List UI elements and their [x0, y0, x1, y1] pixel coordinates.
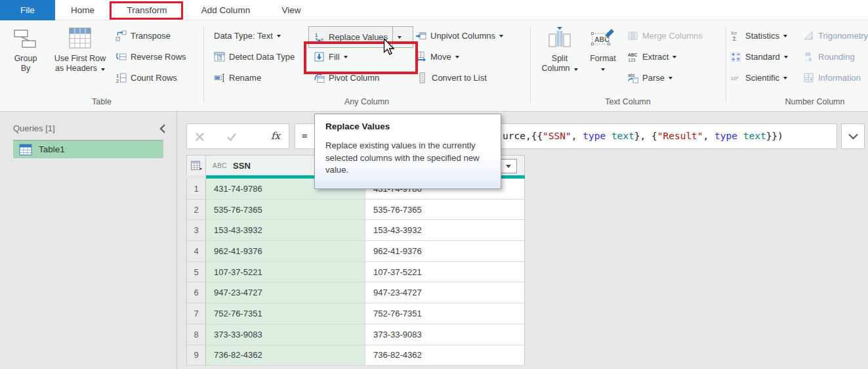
row-number-cell[interactable]: 8 [187, 324, 206, 345]
chevron-down-icon [669, 77, 672, 79]
standard-label: Standard [745, 52, 780, 62]
result-cell[interactable]: 107-37-5221 [365, 262, 525, 283]
extract-icon: ABC 123 [627, 51, 638, 62]
row-number-cell[interactable]: 4 [187, 241, 206, 262]
ssn-cell[interactable]: 962-41-9376 [206, 241, 365, 262]
use-first-row-as-headers-button[interactable]: Use First Row as Headers [47, 24, 113, 74]
select-all-corner-button[interactable] [187, 156, 206, 175]
statistics-button[interactable]: Xσ Σ Statistics [730, 29, 787, 42]
result-cell[interactable]: 373-33-9083 [365, 324, 525, 345]
ssn-cell[interactable]: 752-76-7351 [206, 303, 365, 324]
power-query-editor-window: File Home Transform Add Column View Grou… [0, 0, 868, 369]
row-number-cell[interactable]: 5 [187, 262, 206, 283]
rounding-icon: .00 →.0 [803, 51, 814, 62]
formula-expand-button[interactable] [841, 123, 865, 149]
detect-data-type-icon: ? [214, 51, 225, 62]
mouse-cursor-icon [383, 38, 395, 56]
ssn-cell[interactable]: 107-37-5221 [206, 262, 365, 283]
data-type-button[interactable]: Data Type: Text [214, 29, 281, 42]
detect-data-type-button[interactable]: ? Detect Data Type [214, 50, 295, 63]
scientific-button[interactable]: 10² Scientific [730, 71, 787, 84]
trigonometry-button[interactable]: Trigonometry [803, 29, 868, 42]
group-by-icon [12, 24, 39, 52]
formula-token: text [737, 131, 766, 141]
convert-to-list-button[interactable]: Convert to List [417, 71, 487, 84]
group-by-button[interactable]: Group By [7, 24, 45, 74]
replace-values-dropdown[interactable] [393, 36, 406, 39]
count-rows-button[interactable]: 1 2 Count Rows [115, 71, 177, 84]
merge-columns-icon [627, 30, 638, 41]
formula-token: "SSN" [543, 131, 571, 141]
pane-divider[interactable] [176, 112, 177, 369]
rounding-button[interactable]: .00 →.0 Rounding [803, 50, 855, 63]
scientific-icon: 10² [730, 72, 741, 83]
parse-button[interactable]: abc Parse [627, 71, 672, 84]
formula-token: , [571, 131, 583, 141]
ssn-cell[interactable]: 535-76-7365 [206, 200, 365, 221]
row-number-cell[interactable]: 1 [187, 179, 206, 200]
format-button[interactable]: ABC Format [584, 24, 622, 74]
tab-view[interactable]: View [268, 0, 315, 20]
rename-icon [214, 72, 225, 83]
formula-commit-button[interactable] [226, 132, 237, 142]
table-headers-icon [66, 24, 94, 52]
result-cell[interactable]: 947-23-4727 [365, 282, 525, 303]
extract-button[interactable]: ABC 123 Extract [627, 50, 676, 63]
result-cell[interactable]: 962-41-9376 [365, 241, 525, 262]
column-filter-button[interactable] [500, 159, 517, 173]
formula-token: text [606, 131, 634, 141]
count-rows-icon: 1 2 [115, 72, 127, 83]
unpivot-columns-icon [415, 30, 426, 41]
move-button[interactable]: Move [415, 50, 459, 63]
result-cell[interactable]: 752-76-7351 [365, 303, 525, 324]
tab-add-column[interactable]: Add Column [184, 0, 268, 20]
merge-columns-button[interactable]: Merge Columns [627, 29, 703, 42]
column-type-icon: ABC [213, 162, 227, 169]
row-number-cell[interactable]: 6 [187, 282, 206, 303]
svg-text:123: 123 [629, 57, 636, 62]
chevron-down-icon [783, 35, 787, 37]
query-item-table1[interactable]: Table1 [13, 140, 163, 158]
convert-to-list-icon [417, 72, 428, 83]
column-name: SSN [233, 161, 251, 171]
ssn-cell[interactable]: 153-43-3932 [206, 220, 365, 241]
trigonometry-icon [803, 30, 814, 41]
row-number-cell[interactable]: 9 [187, 345, 206, 366]
workspace: Queries [1] Table1 fx = urce,{{"SSN" [0, 112, 868, 369]
chevron-down-icon [277, 35, 281, 37]
svg-text:→.0: →.0 [804, 57, 812, 62]
formula-token: "Result" [657, 131, 703, 141]
chevron-left-icon [161, 125, 165, 133]
formula-cancel-button[interactable] [195, 132, 205, 142]
scientific-label: Scientific [745, 73, 779, 83]
fx-button[interactable]: fx [271, 130, 280, 142]
row-number-cell[interactable]: 3 [187, 220, 206, 241]
svg-text:1: 1 [315, 32, 318, 38]
rename-button[interactable]: Rename [214, 71, 261, 84]
reverse-rows-button[interactable]: Reverse Rows [115, 50, 186, 63]
collapse-pane-button[interactable] [157, 123, 169, 135]
unpivot-columns-button[interactable]: Unpivot Columns [415, 29, 503, 42]
split-column-button[interactable]: Split Column [539, 24, 580, 74]
svg-text:Σ: Σ [733, 35, 737, 41]
ssn-cell[interactable]: 736-82-4362 [206, 345, 365, 366]
tab-home[interactable]: Home [55, 0, 110, 20]
ssn-cell[interactable]: 373-33-9083 [206, 324, 365, 345]
chevron-down-icon [398, 36, 402, 39]
result-cell[interactable]: 153-43-3932 [365, 220, 525, 241]
result-cell[interactable]: 535-76-7365 [365, 200, 525, 221]
transpose-button[interactable]: Transpose [115, 29, 171, 42]
standard-button[interactable]: Standard [730, 50, 788, 63]
table-row: 4 962-41-9376 962-41-9376 [187, 241, 525, 262]
information-button[interactable]: Information [803, 71, 861, 84]
query-item-label: Table1 [39, 144, 65, 154]
row-number-cell[interactable]: 7 [187, 303, 206, 324]
tab-file[interactable]: File [0, 0, 55, 20]
formula-bar-buttons: fx [186, 123, 289, 149]
result-cell[interactable]: 736-82-4362 [365, 345, 525, 366]
replace-values-label: Replace Values [329, 32, 388, 42]
standard-icon [730, 51, 741, 62]
ssn-cell[interactable]: 947-23-4727 [206, 282, 365, 303]
row-number-cell[interactable]: 2 [187, 200, 206, 221]
formula-text: urce,{{"SSN", type text}, {"Result", typ… [503, 131, 783, 141]
